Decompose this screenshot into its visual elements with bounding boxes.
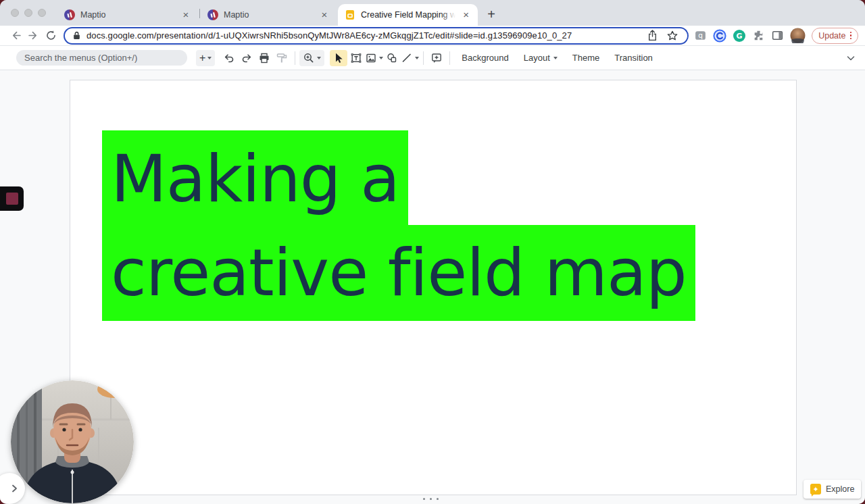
forward-arrow-icon [28,30,39,41]
slide-canvas[interactable]: Making a creative field map [70,80,797,495]
slide-title-line-1[interactable]: Making a [102,130,408,228]
expand-sidebar-button[interactable] [0,473,25,504]
tab-close-icon[interactable]: × [318,9,330,21]
redo-button[interactable] [238,50,255,66]
tab-strip: Maptio × Maptio × Creative Field Mapping… [0,0,865,26]
tab-title: Maptio [80,10,106,20]
insert-shape-button[interactable] [383,50,401,66]
url-text[interactable]: docs.google.com/presentation/d/1-uUQXiwr… [86,30,647,41]
close-window-button[interactable] [11,9,19,17]
text-box-icon [350,52,362,64]
paint-format-button[interactable] [273,50,291,66]
undo-icon [223,52,235,64]
slide-title-line-2[interactable]: creative field map [102,225,695,321]
insert-comment-button[interactable] [428,50,445,66]
tab-slides-active[interactable]: Creative Field Mapping worksh × [338,4,478,26]
explore-button[interactable]: Explore [804,480,861,499]
profile-avatar[interactable] [790,28,806,43]
toolbar-separator [295,51,295,65]
google-slides-favicon-icon [345,9,355,20]
line-icon [401,52,413,64]
editor-content-area: Making a creative field map [0,70,865,504]
extension-chat-icon[interactable]: q [694,29,707,42]
zoom-button[interactable] [299,50,324,66]
new-slide-button[interactable]: + [196,50,215,66]
hide-menus-button[interactable] [845,52,857,64]
explore-label: Explore [826,484,854,494]
search-menus-input[interactable] [16,50,187,66]
insert-line-button[interactable] [401,50,419,66]
browser-window: Maptio × Maptio × Creative Field Mapping… [0,0,865,504]
back-arrow-icon [10,30,22,41]
slides-toolbar: + [0,46,865,70]
layout-button[interactable]: Layout [516,49,565,67]
theme-button[interactable]: Theme [565,49,607,67]
transition-label: Transition [614,53,653,63]
chevron-right-icon [9,484,19,493]
star-icon [667,30,678,41]
tab-maptio-2[interactable]: Maptio × [201,4,337,26]
text-box-button[interactable] [347,50,365,66]
cursor-icon [332,52,345,64]
chrome-menu-icon[interactable] [850,32,852,40]
insert-image-button[interactable] [365,50,383,66]
image-icon [365,52,377,64]
chevron-down-icon[interactable] [317,57,321,59]
svg-text:q: q [698,31,703,39]
print-icon [258,52,270,64]
update-chrome-button[interactable]: Update [812,28,858,44]
transition-button[interactable]: Transition [607,49,660,67]
explore-sparkle-icon [810,484,821,495]
print-button[interactable] [255,50,273,66]
background-label: Background [462,53,508,63]
tab-title: Creative Field Mapping worksh [361,10,455,20]
highlighted-text: Making a [102,130,408,228]
chevron-down-icon[interactable] [415,57,419,59]
chevron-down-icon[interactable] [207,57,212,59]
tab-maptio-1[interactable]: Maptio × [57,4,199,26]
share-icon [647,30,658,41]
new-tab-button[interactable]: + [483,5,500,23]
extensions-row: q G Update [694,28,858,44]
grammarly-icon[interactable]: G [733,29,746,43]
toolbar-separator [449,51,450,65]
select-tool-button[interactable] [330,50,347,66]
forward-button[interactable] [24,28,42,44]
presenter-video [11,380,134,503]
maptio-favicon-icon [64,9,75,20]
plus-icon: + [199,53,205,64]
toolbar-separator [423,51,424,65]
tab-separator [199,9,200,18]
address-bar[interactable]: docs.google.com/presentation/d/1-uUQXiwr… [64,27,689,45]
layout-label: Layout [524,53,550,63]
speaker-notes-drag-handle[interactable] [423,498,439,500]
extension-blue-icon[interactable] [713,29,726,43]
reload-button[interactable] [42,28,59,44]
background-button[interactable]: Background [454,49,516,67]
side-panel-icon[interactable] [771,29,784,42]
recording-stop-widget[interactable] [0,186,24,211]
chevron-down-icon [845,52,857,64]
svg-text:G: G [737,32,743,41]
maximize-window-button[interactable] [38,9,46,17]
maptio-favicon-icon [207,9,218,20]
redo-icon [241,52,253,64]
browser-navbar: docs.google.com/presentation/d/1-uUQXiwr… [0,26,865,46]
lock-icon [73,31,80,40]
zoom-icon [303,52,315,64]
window-controls [11,9,46,17]
tab-close-icon[interactable]: × [461,9,471,21]
webcam-bubble[interactable] [11,380,134,503]
shapes-icon [386,52,398,64]
update-label: Update [818,31,845,41]
extensions-puzzle-icon[interactable] [752,29,765,42]
share-button[interactable] [647,30,658,41]
undo-button[interactable] [220,50,238,66]
back-button[interactable] [7,28,24,44]
tab-close-icon[interactable]: × [180,9,192,21]
highlighted-text: creative field map [102,225,695,321]
chevron-down-icon [553,57,558,59]
minimize-window-button[interactable] [24,9,32,17]
paint-roller-icon [276,52,288,64]
bookmark-button[interactable] [667,30,678,41]
